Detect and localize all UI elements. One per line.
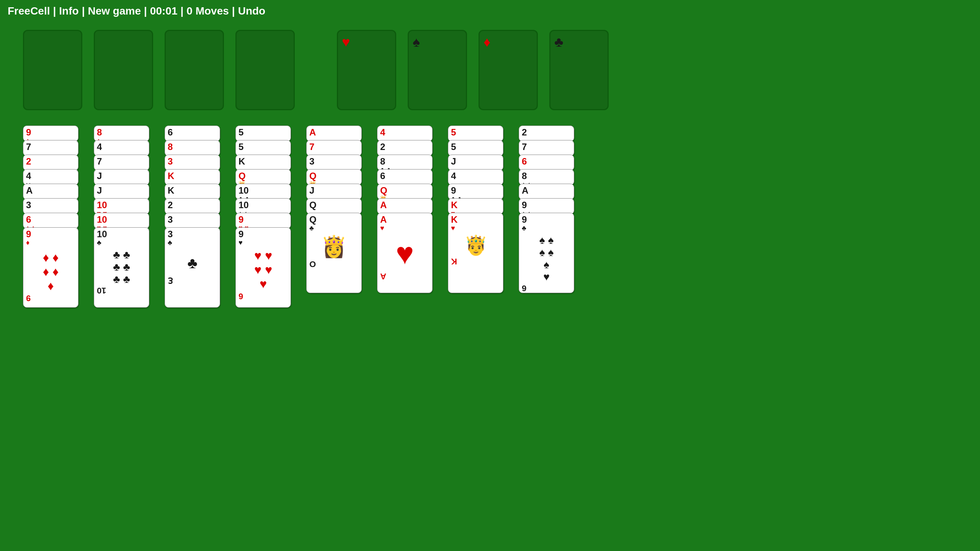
card-2s2[interactable]: 2 bbox=[519, 126, 574, 142]
card-6s[interactable]: 6 bbox=[377, 169, 433, 185]
moves-counter: 0 Moves bbox=[186, 3, 229, 19]
card-Qh[interactable]: Q👑 bbox=[235, 169, 291, 185]
columns-row: 9♦ 7 2 4· · A bbox=[23, 126, 957, 370]
card-3c[interactable]: 3♣ ♣ Ɛ bbox=[165, 227, 220, 308]
card-7c2[interactable]: 7 bbox=[94, 155, 149, 171]
game-title: FreeCell bbox=[8, 3, 50, 19]
column-6[interactable]: 4 2 8♣ ♣ 6 Q👑 bbox=[377, 126, 436, 370]
card-4s[interactable]: 4 bbox=[448, 169, 503, 185]
card-6c[interactable]: 6 bbox=[165, 126, 220, 142]
sep2: | bbox=[82, 3, 85, 19]
card-Qh2[interactable]: Q👑 bbox=[377, 184, 433, 200]
card-10c2[interactable]: 10♣ ♣ bbox=[235, 184, 291, 200]
sep3: | bbox=[144, 3, 147, 19]
card-3s2[interactable]: 3 bbox=[165, 213, 220, 229]
card-3h[interactable]: 3 bbox=[165, 155, 220, 171]
column-3[interactable]: 6 8 3 K K bbox=[165, 126, 224, 370]
card-8s[interactable]: 8♠ ♠ bbox=[519, 169, 574, 185]
card-3c2[interactable]: 3 bbox=[306, 155, 362, 171]
hearts-suit-icon: ♥ bbox=[342, 34, 350, 50]
foundation-cells: ♥ ♠ ♦ ♣ bbox=[337, 30, 609, 110]
card-2c[interactable]: 2 bbox=[23, 155, 78, 171]
card-Ah2[interactable]: A bbox=[377, 198, 433, 214]
card-8d2[interactable]: 8 bbox=[165, 140, 220, 156]
free-cells bbox=[23, 30, 295, 110]
column-4[interactable]: 5 5 K Q👑 10♣ ♣ bbox=[235, 126, 295, 370]
card-Qs[interactable]: Q bbox=[306, 198, 362, 214]
undo-button[interactable]: Undo bbox=[238, 3, 266, 19]
card-5d[interactable]: 5 bbox=[448, 126, 503, 142]
card-10s[interactable]: 10♠ ♠ bbox=[235, 198, 291, 214]
card-8c[interactable]: 8♣ ♣ bbox=[377, 155, 433, 171]
card-5c[interactable]: 5 bbox=[448, 140, 503, 156]
timer: 00:01 bbox=[150, 3, 178, 19]
card-Ac[interactable]: A bbox=[23, 184, 78, 200]
card-7c3[interactable]: 7 bbox=[519, 140, 574, 156]
card-Ah-full[interactable]: A♥ ♥ A bbox=[377, 213, 433, 293]
foundation-clubs[interactable]: ♣ bbox=[549, 30, 609, 110]
card-4c[interactable]: 4· · bbox=[23, 169, 78, 185]
free-cell-4[interactable] bbox=[235, 30, 295, 110]
card-2c3[interactable]: 2 bbox=[377, 140, 433, 156]
card-9h[interactable]: 9♥ ♥ bbox=[235, 213, 291, 229]
card-Ah[interactable]: A bbox=[306, 126, 362, 142]
new-game-button[interactable]: New game bbox=[88, 3, 141, 19]
card-5s[interactable]: 5 bbox=[235, 126, 291, 142]
card-Kh-full[interactable]: K♥ 🤴 K bbox=[448, 213, 503, 293]
card-5s2[interactable]: 5 bbox=[235, 140, 291, 156]
card-Kc[interactable]: K bbox=[235, 155, 291, 171]
free-cell-1[interactable] bbox=[23, 30, 82, 110]
game-area: ♥ ♠ ♦ ♣ 9♦ 7 bbox=[0, 22, 980, 378]
card-Kh2[interactable]: K♥ bbox=[448, 198, 503, 214]
free-cell-3[interactable] bbox=[165, 30, 224, 110]
card-9s[interactable]: 9♠ ♠ bbox=[519, 198, 574, 214]
free-cell-2[interactable] bbox=[94, 30, 153, 110]
column-8[interactable]: 2 7 6 8♠ ♠ A bbox=[519, 126, 578, 370]
card-Qc-queen[interactable]: Q♣ 👸 O bbox=[306, 213, 362, 293]
card-9d[interactable]: 9♦ bbox=[23, 126, 78, 142]
card-10h2[interactable]: 10♥ ♥ bbox=[94, 213, 149, 229]
card-9c[interactable]: 9♣ ♣ bbox=[448, 184, 503, 200]
header: FreeCell | Info | New game | 00:01 | 0 M… bbox=[0, 0, 980, 22]
card-6d2[interactable]: 6 bbox=[519, 155, 574, 171]
card-Js[interactable]: J bbox=[94, 169, 149, 185]
card-7d[interactable]: 7 bbox=[306, 140, 362, 156]
sep1: | bbox=[53, 3, 56, 19]
card-2s[interactable]: 2 bbox=[165, 198, 220, 214]
foundation-diamonds[interactable]: ♦ bbox=[479, 30, 538, 110]
card-7c[interactable]: 7 bbox=[23, 140, 78, 156]
card-9d-bot[interactable]: 9♦ ♦ ♦♦ ♦♦ 9 bbox=[23, 227, 78, 308]
sep4: | bbox=[180, 3, 183, 19]
column-7[interactable]: 5 5 J 4 9♣ ♣ bbox=[448, 126, 507, 370]
card-Qd[interactable]: Q👑 bbox=[306, 169, 362, 185]
spades-suit-icon: ♠ bbox=[413, 34, 420, 50]
card-6d[interactable]: 6♦ ♦ bbox=[23, 213, 78, 229]
info-button[interactable]: Info bbox=[59, 3, 78, 19]
column-1[interactable]: 9♦ 7 2 4· · A bbox=[23, 126, 82, 370]
diamonds-suit-icon: ♦ bbox=[483, 34, 490, 50]
column-5[interactable]: A 7 3 Q👑 J bbox=[306, 126, 366, 370]
card-6c2[interactable]: 9♥ ♥ ♥♥ ♥♥ 6 bbox=[235, 227, 291, 308]
top-row: ♥ ♠ ♦ ♣ bbox=[23, 30, 957, 110]
card-10h[interactable]: 10♥ ♥ bbox=[94, 198, 149, 214]
foundation-hearts[interactable]: ♥ bbox=[337, 30, 396, 110]
card-4d[interactable]: 4 bbox=[377, 126, 433, 142]
clubs-suit-icon: ♣ bbox=[554, 34, 564, 50]
card-10c[interactable]: 10♣ ♣ ♣♣ ♣♣ ♣ 10 bbox=[94, 227, 149, 308]
card-Ks[interactable]: K bbox=[165, 184, 220, 200]
column-2[interactable]: 8♦ 4 7 J J bbox=[94, 126, 153, 370]
card-6c-full[interactable]: 9♣ ♠ ♠♠ ♠♠♥ 6 bbox=[519, 213, 574, 293]
sep5: | bbox=[232, 3, 235, 19]
card-As[interactable]: A bbox=[519, 184, 574, 200]
card-Js2[interactable]: J bbox=[94, 184, 149, 200]
card-8d[interactable]: 8♦ bbox=[94, 126, 149, 142]
card-Kh[interactable]: K bbox=[165, 169, 220, 185]
card-Jc[interactable]: J bbox=[448, 155, 503, 171]
foundation-spades[interactable]: ♠ bbox=[408, 30, 467, 110]
card-3s[interactable]: 3 bbox=[23, 198, 78, 214]
card-4c2[interactable]: 4 bbox=[94, 140, 149, 156]
card-Js3[interactable]: J bbox=[306, 184, 362, 200]
